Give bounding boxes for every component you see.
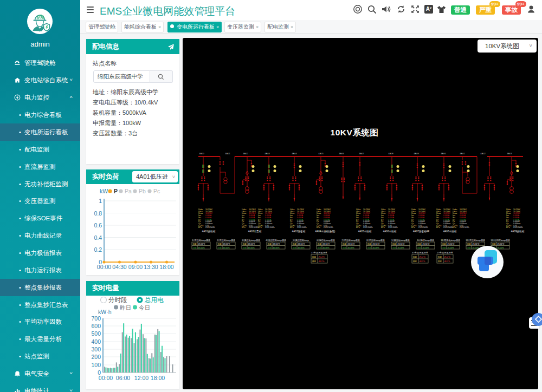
svg-text:23.56℃: 23.56℃	[298, 243, 305, 245]
svg-text:1#变压器temp模温: 1#变压器temp模温	[192, 239, 210, 241]
svg-text:湿度: 湿度	[367, 246, 372, 249]
svg-text:0.2: 0.2	[94, 246, 102, 253]
svg-text:300: 300	[91, 346, 101, 352]
svg-text:11#联络柜temp模温: 11#联络柜temp模温	[441, 239, 460, 241]
svg-text:23.56℃: 23.56℃	[448, 243, 455, 245]
svg-text:23.56℃: 23.56℃	[423, 243, 430, 245]
svg-text:13#站用变temp模温: 13#站用变temp模温	[491, 239, 510, 241]
svg-text:23.56℃: 23.56℃	[323, 243, 330, 245]
svg-text:23.56℃: 23.56℃	[198, 243, 205, 245]
svg-text:04:30: 04:30	[112, 264, 126, 270]
svg-text:45.00%: 45.00%	[348, 247, 355, 249]
svg-text:4A03: 4A03	[507, 152, 512, 155]
svg-text:25.4℃: 25.4℃	[444, 256, 451, 258]
svg-text:湿度: 湿度	[243, 246, 247, 249]
svg-text:EP=: EP=	[381, 226, 385, 228]
svg-text:9#高压柜temp模温: 9#高压柜temp模温	[391, 239, 409, 241]
svg-text:EP=: EP=	[258, 226, 262, 228]
svg-text:温度: 温度	[293, 243, 297, 245]
svg-text:23.56℃: 23.56℃	[348, 243, 355, 245]
svg-text:23.56℃: 23.56℃	[248, 243, 255, 245]
svg-text:温度: 温度	[312, 256, 317, 258]
svg-text:23.56℃: 23.56℃	[273, 243, 280, 245]
svg-text:4A07: 4A07	[359, 152, 364, 155]
svg-text:温度: 温度	[343, 243, 347, 245]
svg-text:4A05: 4A05	[318, 152, 324, 155]
svg-text:45.00%: 45.00%	[273, 247, 280, 249]
svg-text:湿度: 湿度	[417, 246, 422, 249]
svg-text:200: 200	[91, 354, 101, 360]
svg-text:4A00: 4A00	[441, 152, 446, 155]
svg-text:4A02: 4A02	[480, 152, 486, 155]
svg-text:温度: 温度	[417, 243, 422, 245]
svg-text:2123.5kWh: 2123.5kWh	[363, 226, 373, 228]
svg-text:45.00%: 45.00%	[373, 247, 380, 249]
svg-text:4A08出线柜: 4A08出线柜	[443, 230, 457, 233]
svg-text:2123.5kWh: 2123.5kWh	[460, 226, 469, 228]
svg-text:EP=: EP=	[506, 226, 510, 228]
svg-text:EP=: EP=	[453, 226, 456, 228]
svg-text:6#电容柜temp模温: 6#电容柜temp模温	[317, 239, 334, 241]
svg-text:4A06: 4A06	[339, 152, 344, 155]
svg-text:100: 100	[91, 362, 101, 368]
svg-text:温度: 温度	[193, 243, 197, 245]
svg-text:23.56℃: 23.56℃	[473, 243, 480, 245]
svg-text:EP=: EP=	[356, 226, 360, 228]
svg-text:湿度: 湿度	[392, 246, 397, 249]
svg-text:45.00%: 45.00%	[248, 247, 255, 249]
svg-text:4A09: 4A09	[414, 152, 419, 155]
svg-text:4A01: 4A01	[225, 152, 230, 155]
svg-text:湿度: 湿度	[312, 260, 317, 263]
svg-text:23.56℃: 23.56℃	[223, 243, 230, 245]
svg-text:湿度: 湿度	[467, 246, 472, 249]
svg-text:2123.5kWh: 2123.5kWh	[265, 226, 275, 228]
svg-text:48.2%: 48.2%	[319, 260, 325, 263]
svg-text:4A09进线柜: 4A09进线柜	[511, 230, 525, 233]
svg-text:18:00: 18:00	[151, 375, 165, 381]
svg-text:2#变压器temp模温: 2#变压器temp模温	[217, 239, 235, 241]
svg-text:45.00%: 45.00%	[323, 247, 330, 249]
svg-text:4#低压联络temp模温: 4#低压联络temp模温	[266, 239, 286, 241]
svg-text:5#高压联络temp: 5#高压联络temp	[293, 239, 309, 241]
svg-text:湿度: 湿度	[218, 246, 222, 249]
svg-text:500: 500	[91, 330, 101, 337]
svg-text:25.4℃: 25.4℃	[420, 256, 426, 258]
svg-text:温度: 温度	[268, 243, 272, 245]
svg-text:4A00: 4A00	[199, 152, 204, 155]
svg-text:2123.5kWh: 2123.5kWh	[513, 226, 523, 228]
svg-text:13:30: 13:30	[144, 264, 158, 270]
svg-text:12:00: 12:00	[134, 375, 149, 381]
svg-text:湿度: 湿度	[293, 246, 297, 249]
svg-text:4A01: 4A01	[460, 152, 465, 155]
svg-text:4A04出线柜(备用): 4A04出线柜(备用)	[315, 230, 335, 233]
svg-text:4A08: 4A08	[388, 152, 393, 155]
svg-text:湿度: 湿度	[268, 246, 272, 249]
svg-text:4#变压器温湿度: 4#变压器温湿度	[412, 251, 428, 254]
svg-text:400: 400	[91, 338, 101, 345]
svg-text:00:00: 00:00	[97, 264, 111, 270]
svg-text:EP=: EP=	[317, 226, 320, 228]
svg-text:EP=: EP=	[198, 226, 202, 228]
svg-text:48.2%: 48.2%	[444, 260, 450, 263]
svg-text:23.56℃: 23.56℃	[373, 243, 380, 245]
svg-text:湿度: 湿度	[413, 260, 417, 263]
svg-text:18:00: 18:00	[159, 264, 173, 270]
svg-text:温度: 温度	[467, 243, 472, 245]
svg-text:kW: kW	[100, 188, 108, 194]
svg-text:湿度: 湿度	[438, 260, 442, 263]
svg-text:Pb: Pb	[139, 188, 146, 194]
svg-text:8#变压器temp模温: 8#变压器temp模温	[366, 239, 384, 241]
svg-text:湿度: 湿度	[318, 246, 322, 249]
svg-text:Pc: Pc	[153, 188, 160, 194]
svg-text:EP=: EP=	[242, 226, 246, 228]
svg-text:温度: 温度	[392, 243, 397, 245]
svg-text:4A05出线柜: 4A05出线柜	[358, 230, 372, 233]
svg-text:Pa: Pa	[125, 188, 132, 194]
svg-text:0.8: 0.8	[94, 210, 102, 217]
svg-text:4A02: 4A02	[243, 152, 248, 155]
svg-text:48.2%: 48.2%	[420, 260, 425, 263]
svg-text:温度: 温度	[442, 243, 447, 245]
svg-text:09:00: 09:00	[128, 264, 143, 270]
svg-text:12#变压器temp模温: 12#变压器temp模温	[466, 239, 485, 241]
svg-text:0.4: 0.4	[94, 234, 102, 241]
